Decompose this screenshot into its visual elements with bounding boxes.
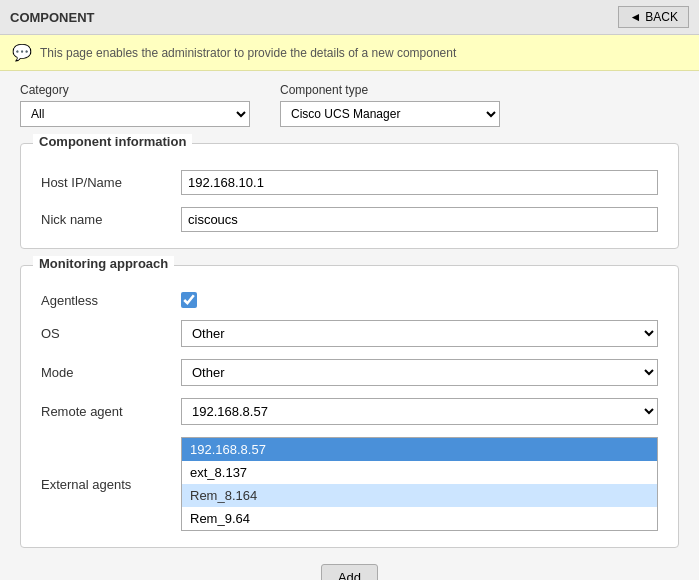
component-type-label: Component type (280, 83, 500, 97)
nick-name-input[interactable] (181, 207, 658, 232)
monitoring-title: Monitoring approach (33, 256, 174, 271)
monitoring-section: Monitoring approach Agentless OS Other L… (20, 265, 679, 548)
host-ip-label: Host IP/Name (41, 175, 181, 190)
category-select[interactable]: All Network Server Storage (20, 101, 250, 127)
agent-item-2[interactable]: ext_8.137 (182, 461, 657, 484)
page-header: COMPONENT ◄ BACK (0, 0, 699, 35)
external-agents-label: External agents (41, 477, 181, 492)
mode-row: Mode Other SSH WMI (41, 359, 658, 386)
back-label: BACK (645, 10, 678, 24)
mode-select[interactable]: Other SSH WMI (181, 359, 658, 386)
info-banner: 💬 This page enables the administrator to… (0, 35, 699, 71)
remote-agent-select[interactable]: 192.168.8.57 ext_8.137 Rem_8.164 Rem_9.6… (181, 398, 658, 425)
info-bubble-icon: 💬 (12, 43, 32, 62)
external-agents-list[interactable]: 192.168.8.57 ext_8.137 Rem_8.164 Rem_9.6… (181, 437, 658, 531)
agentless-row: Agentless (41, 292, 658, 308)
main-content: Category All Network Server Storage Comp… (0, 71, 699, 580)
back-button[interactable]: ◄ BACK (618, 6, 689, 28)
category-row: Category All Network Server Storage Comp… (20, 83, 679, 127)
nick-name-row: Nick name (41, 207, 658, 232)
host-ip-input[interactable] (181, 170, 658, 195)
agent-item-4[interactable]: Rem_9.64 (182, 507, 657, 530)
host-ip-row: Host IP/Name (41, 170, 658, 195)
external-agents-row: External agents 192.168.8.57 ext_8.137 R… (41, 437, 658, 531)
agentless-checkbox[interactable] (181, 292, 197, 308)
mode-label: Mode (41, 365, 181, 380)
component-info-section: Component information Host IP/Name Nick … (20, 143, 679, 249)
component-info-title: Component information (33, 134, 192, 149)
banner-message: This page enables the administrator to p… (40, 46, 456, 60)
agentless-label: Agentless (41, 293, 181, 308)
component-type-select[interactable]: Cisco UCS Manager Other (280, 101, 500, 127)
os-row: OS Other Linux Windows (41, 320, 658, 347)
page-title: COMPONENT (10, 10, 95, 25)
agent-item-1[interactable]: 192.168.8.57 (182, 438, 657, 461)
category-group: Category All Network Server Storage (20, 83, 250, 127)
remote-agent-label: Remote agent (41, 404, 181, 419)
component-type-group: Component type Cisco UCS Manager Other (280, 83, 500, 127)
back-arrow-icon: ◄ (629, 10, 641, 24)
add-button-row: Add (20, 564, 679, 580)
agent-item-3[interactable]: Rem_8.164 (182, 484, 657, 507)
os-label: OS (41, 326, 181, 341)
add-button[interactable]: Add (321, 564, 378, 580)
category-label: Category (20, 83, 250, 97)
nick-name-label: Nick name (41, 212, 181, 227)
os-select[interactable]: Other Linux Windows (181, 320, 658, 347)
remote-agent-row: Remote agent 192.168.8.57 ext_8.137 Rem_… (41, 398, 658, 425)
